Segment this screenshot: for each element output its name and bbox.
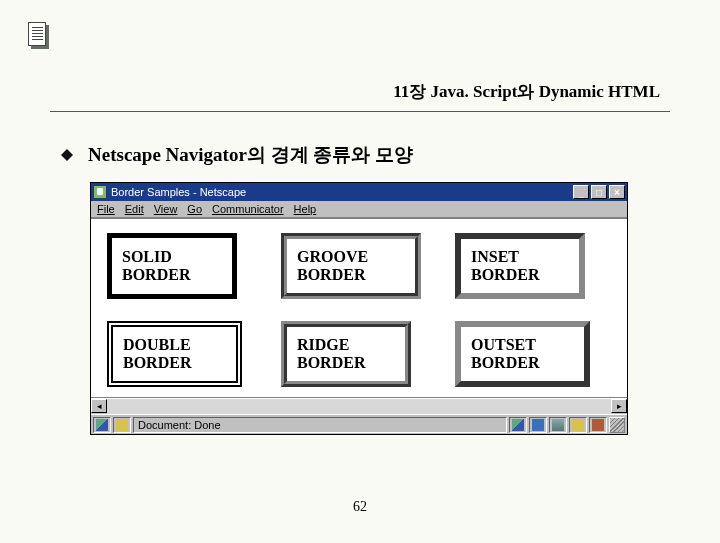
sample-label: SOLID BORDER <box>122 248 190 283</box>
horizontal-scrollbar[interactable]: ◂ ▸ <box>91 398 627 414</box>
resize-grip[interactable] <box>609 417 625 433</box>
sample-inset: INSET BORDER <box>455 233 585 299</box>
menu-go[interactable]: Go <box>187 203 202 215</box>
document-stack-icon <box>28 22 46 46</box>
maximize-button[interactable]: □ <box>591 185 607 199</box>
statusbar: Document: Done <box>91 414 627 434</box>
close-button[interactable]: × <box>609 185 625 199</box>
tray-icon-2[interactable] <box>529 417 547 433</box>
sample-label: GROOVE BORDER <box>297 248 368 283</box>
scroll-left-button[interactable]: ◂ <box>91 399 107 413</box>
tray-icon-5[interactable] <box>589 417 607 433</box>
sample-outset: OUTSET BORDER <box>455 321 590 387</box>
window-buttons: _ □ × <box>573 185 625 199</box>
tray-icon-3[interactable] <box>549 417 567 433</box>
titlebar: Border Samples - Netscape _ □ × <box>91 183 627 201</box>
scroll-track[interactable] <box>107 399 611 414</box>
netscape-app-icon <box>93 185 107 199</box>
sample-ridge: RIDGE BORDER <box>281 321 411 387</box>
sample-label: OUTSET BORDER <box>471 336 539 371</box>
bullet-row: Netscape Navigator의 경계 종류와 모양 <box>50 142 670 168</box>
svg-marker-0 <box>61 149 73 161</box>
window-title: Border Samples - Netscape <box>111 186 573 198</box>
sample-label: INSET BORDER <box>471 248 539 283</box>
title-divider <box>50 111 670 112</box>
menu-help[interactable]: Help <box>294 203 317 215</box>
sample-label: RIDGE BORDER <box>297 336 365 371</box>
tray-icon-1[interactable] <box>509 417 527 433</box>
slide-body: 11장 Java. Script와 Dynamic HTML Netscape … <box>0 0 720 435</box>
status-lock-icon[interactable] <box>113 417 131 433</box>
menu-edit[interactable]: Edit <box>125 203 144 215</box>
content-area: SOLID BORDER GROOVE BORDER INSET BORDER <box>91 218 627 398</box>
sample-label: DOUBLE BORDER <box>123 336 191 371</box>
status-message: Document: Done <box>133 417 507 433</box>
menubar: File Edit View Go Communicator Help <box>91 201 627 218</box>
minimize-button[interactable]: _ <box>573 185 589 199</box>
sample-solid: SOLID BORDER <box>107 233 237 299</box>
sample-double: DOUBLE BORDER <box>107 321 242 387</box>
menu-view[interactable]: View <box>154 203 178 215</box>
netscape-window: Border Samples - Netscape _ □ × File Edi… <box>90 182 628 435</box>
scroll-right-button[interactable]: ▸ <box>611 399 627 413</box>
bullet-icon <box>60 148 74 162</box>
chapter-title: 11장 Java. Script와 Dynamic HTML <box>50 80 670 103</box>
page-number: 62 <box>0 499 720 515</box>
status-security-icon[interactable] <box>93 417 111 433</box>
bullet-text: Netscape Navigator의 경계 종류와 모양 <box>88 142 413 168</box>
border-samples-grid: SOLID BORDER GROOVE BORDER INSET BORDER <box>107 233 611 387</box>
sample-groove: GROOVE BORDER <box>281 233 421 299</box>
menu-file[interactable]: File <box>97 203 115 215</box>
tray-icon-4[interactable] <box>569 417 587 433</box>
menu-communicator[interactable]: Communicator <box>212 203 284 215</box>
